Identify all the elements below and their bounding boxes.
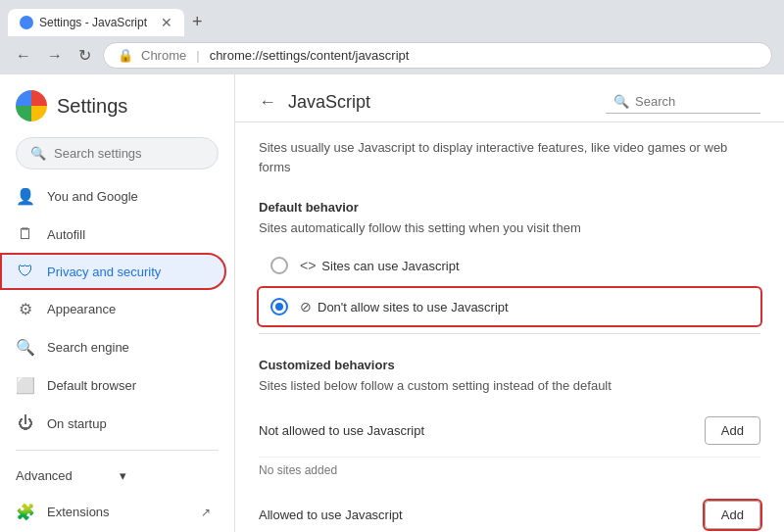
default-browser-icon: ⬜ — [16, 376, 35, 395]
content-body: Sites usually use Javascript to display … — [235, 122, 784, 532]
address-bar-row: ← → ↻ 🔒 Chrome | chrome://settings/conte… — [0, 36, 784, 74]
tab-bar: Settings - JavaScript ✕ + — [0, 0, 784, 36]
forward-button[interactable]: → — [43, 43, 67, 69]
address-bar[interactable]: 🔒 Chrome | chrome://settings/content/jav… — [103, 42, 772, 69]
sidebar-label-search-engine: Search engine — [47, 340, 129, 355]
site-lock-icon: 🔒 — [118, 48, 133, 63]
sidebar-header: Settings — [0, 74, 234, 129]
customized-desc: Sites listed below follow a custom setti… — [259, 378, 760, 405]
appearance-icon: ⚙ — [16, 300, 35, 318]
sidebar-item-on-startup[interactable]: ⏻ On startup — [0, 405, 226, 442]
sidebar-search-input[interactable] — [54, 146, 204, 161]
sidebar-item-appearance[interactable]: ⚙ Appearance — [0, 290, 226, 328]
allow-icon: <> — [300, 258, 316, 273]
back-button[interactable]: ← — [12, 43, 35, 69]
settings-page-title: Settings — [57, 95, 127, 118]
allowed-add-button[interactable]: Add — [705, 501, 760, 529]
advanced-chevron-icon: ▾ — [120, 468, 220, 483]
sidebar-label-appearance: Appearance — [47, 302, 116, 316]
radio-disallow-label: ⊘ Don't allow sites to use Javascript — [300, 299, 509, 314]
radio-option-disallow[interactable]: ⊘ Don't allow sites to use Javascript — [259, 288, 760, 325]
address-separator: | — [196, 48, 199, 63]
search-engine-icon: 🔍 — [16, 338, 35, 357]
sidebar-divider — [16, 450, 219, 451]
address-chrome-label: Chrome — [141, 48, 186, 63]
sidebar-label-autofill: Autofill — [47, 227, 85, 242]
sidebar: Settings 🔍 👤 You and Google 🗒 Autofill 🛡… — [0, 74, 235, 532]
allowed-row: Allowed to use Javascript Add — [259, 489, 760, 532]
chrome-logo — [16, 90, 47, 121]
content-title: JavaScript — [288, 92, 606, 113]
content-back-button[interactable]: ← — [259, 92, 276, 113]
radio-allow-circle — [270, 257, 288, 274]
settings-container: Settings 🔍 👤 You and Google 🗒 Autofill 🛡… — [0, 74, 784, 532]
extensions-icon: 🧩 — [16, 503, 35, 521]
refresh-button[interactable]: ↻ — [74, 42, 95, 69]
sidebar-item-search-engine[interactable]: 🔍 Search engine — [0, 328, 226, 366]
javascript-description: Sites usually use Javascript to display … — [259, 122, 760, 184]
tab-title: Settings - JavaScript — [39, 16, 155, 29]
active-tab[interactable]: Settings - JavaScript ✕ — [8, 9, 184, 36]
address-url: chrome://settings/content/javascript — [210, 48, 758, 63]
no-sites-message: No sites added — [259, 458, 760, 477]
radio-allow-label: <> Sites can use Javascript — [300, 258, 460, 273]
sidebar-search-box[interactable]: 🔍 — [16, 137, 219, 169]
shield-icon: 🛡 — [16, 263, 35, 280]
sidebar-label-default-browser: Default browser — [47, 378, 136, 393]
search-icon: 🔍 — [30, 146, 46, 161]
default-behavior-desc: Sites automatically follow this setting … — [259, 220, 760, 247]
sidebar-item-privacy-and-security[interactable]: 🛡 Privacy and security — [0, 253, 226, 290]
startup-icon: ⏻ — [16, 414, 35, 432]
sidebar-label-extensions: Extensions — [47, 505, 110, 519]
disallow-icon: ⊘ — [300, 299, 312, 314]
sidebar-label-privacy-and-security: Privacy and security — [47, 265, 161, 279]
tab-close-button[interactable]: ✕ — [161, 15, 172, 30]
autofill-icon: 🗒 — [16, 225, 35, 243]
sidebar-item-extensions[interactable]: 🧩 Extensions ↗ — [0, 493, 226, 531]
sidebar-label-on-startup: On startup — [47, 416, 107, 431]
not-allowed-add-button[interactable]: Add — [705, 416, 760, 445]
browser-window: Settings - JavaScript ✕ + ← → ↻ 🔒 Chrome… — [0, 0, 784, 74]
content-search-box[interactable]: 🔍 — [606, 90, 760, 114]
sidebar-item-autofill[interactable]: 🗒 Autofill — [0, 216, 226, 253]
sidebar-label-you-and-google: You and Google — [47, 189, 138, 204]
radio-disallow-circle — [270, 298, 288, 315]
sidebar-advanced-section[interactable]: Advanced ▾ — [0, 459, 234, 493]
allowed-label: Allowed to use Javascript — [259, 508, 705, 522]
sidebar-navigation: 👤 You and Google 🗒 Autofill 🛡 Privacy an… — [0, 177, 234, 532]
main-content: ← JavaScript 🔍 Sites usually use Javascr… — [235, 74, 784, 532]
not-allowed-label: Not allowed to use Javascript — [259, 423, 705, 438]
sidebar-label-advanced: Advanced — [16, 468, 116, 483]
customized-behaviors-section: Customized behaviors Sites listed below … — [259, 333, 760, 532]
sidebar-item-you-and-google[interactable]: 👤 You and Google — [0, 177, 226, 216]
not-allowed-row: Not allowed to use Javascript Add — [259, 405, 760, 458]
content-search-input[interactable] — [635, 94, 753, 109]
external-link-icon: ↗ — [201, 506, 211, 519]
sidebar-item-default-browser[interactable]: ⬜ Default browser — [0, 366, 226, 405]
radio-option-allow[interactable]: <> Sites can use Javascript — [259, 247, 760, 284]
tab-favicon — [20, 16, 33, 29]
customized-title: Customized behaviors — [259, 342, 760, 378]
new-tab-button[interactable]: + — [184, 8, 211, 36]
default-behavior-title: Default behavior — [259, 184, 760, 220]
user-icon: 👤 — [16, 187, 35, 206]
content-header: ← JavaScript 🔍 — [235, 74, 784, 122]
content-search-icon: 🔍 — [613, 94, 629, 109]
